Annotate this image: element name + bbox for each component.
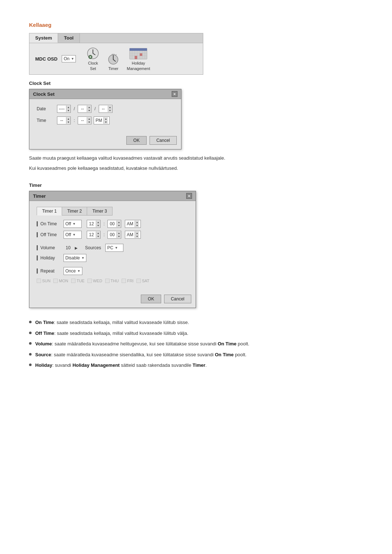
timer-icon-item[interactable]: Timer (106, 52, 120, 71)
para1: Saate muuta praegust kellaaega valitud k… (29, 155, 363, 162)
timer-tab3[interactable]: Timer 3 (87, 207, 112, 216)
day-mon-checkbox[interactable] (53, 279, 58, 283)
on-time-ampm-down[interactable]: ▼ (135, 224, 139, 227)
on-time-hour-up[interactable]: ▲ (96, 221, 100, 224)
day-row: SUN MON TUE WED THU (37, 278, 188, 284)
clock-date-down2[interactable]: ▼ (87, 109, 91, 112)
holiday-icon-item[interactable]: Holiday Management (127, 47, 150, 71)
clock-date-arrows1[interactable]: ▲ ▼ (66, 106, 70, 112)
off-time-hour-down[interactable]: ▼ (96, 235, 100, 238)
day-sat-checkbox[interactable] (136, 279, 141, 283)
clock-ok-button[interactable]: OK (126, 136, 146, 145)
tab-bar: System Tool (29, 33, 203, 43)
clock-time-down2[interactable]: ▼ (87, 120, 91, 124)
holiday-dropdown[interactable]: Disable ▼ (64, 254, 86, 262)
on-time-hour-arrows[interactable]: ▲ ▼ (96, 221, 100, 227)
timer-title: Timer (33, 193, 46, 199)
sources-dropdown[interactable]: PC ▼ (105, 244, 123, 252)
clock-date-down3[interactable]: ▼ (108, 109, 112, 112)
clock-date-spin2[interactable]: -- ▲ ▼ (78, 105, 91, 113)
clock-date-up2[interactable]: ▲ (87, 106, 91, 109)
off-time-min-arrows[interactable]: ▲ ▼ (117, 231, 121, 238)
timer-tab1[interactable]: Timer 1 (37, 207, 62, 216)
clock-time-up2[interactable]: ▲ (87, 117, 91, 120)
off-time-bar-icon (37, 232, 38, 237)
clock-time-arrows1[interactable]: ▲ ▼ (66, 117, 70, 124)
clock-date-spin3[interactable]: -- ▲ ▼ (99, 105, 113, 113)
off-time-min-down[interactable]: ▼ (117, 235, 121, 238)
bullet-4-bold2: On Time (215, 352, 234, 357)
clock-date-spin1[interactable]: ---- ▲ ▼ (57, 105, 71, 113)
clock-cancel-button[interactable]: Cancel (150, 136, 177, 145)
day-sun-checkbox[interactable] (37, 279, 41, 283)
system-tool-panel: System Tool MDC OSD On ▼ (29, 33, 203, 75)
off-time-hour-arrows[interactable]: ▲ ▼ (96, 231, 100, 238)
clock-date-arrows3[interactable]: ▲ ▼ (108, 106, 112, 112)
off-time-ampm-down[interactable]: ▼ (135, 235, 139, 238)
mdc-osd-dropdown[interactable]: On ▼ (62, 55, 76, 62)
on-time-dropdown[interactable]: Off ▼ (64, 220, 82, 228)
on-time-hour-spin[interactable]: 12 ▲ ▼ (87, 220, 101, 228)
clock-ampm-arrows[interactable]: ▲ ▼ (103, 117, 108, 124)
on-time-min-spin[interactable]: 00 ▲ ▼ (107, 220, 121, 228)
timer-tab2[interactable]: Timer 2 (62, 207, 87, 216)
clock-ampm-dropdown[interactable]: PM ▲ ▼ (94, 116, 110, 124)
holiday-bar-icon (37, 255, 38, 260)
tab-system[interactable]: System (29, 33, 58, 43)
day-thu-checkbox[interactable] (105, 279, 110, 283)
on-time-hour-down[interactable]: ▼ (96, 224, 100, 227)
day-tue-checkbox[interactable] (71, 279, 75, 283)
timer-cancel-button[interactable]: Cancel (164, 295, 191, 303)
clock-time-down1[interactable]: ▼ (66, 120, 70, 124)
on-time-min-down[interactable]: ▼ (117, 224, 121, 227)
clock-date-down1[interactable]: ▼ (66, 109, 70, 112)
clock-date-arrows2[interactable]: ▲ ▼ (87, 106, 91, 112)
off-time-ampm-arrows[interactable]: ▲ ▼ (135, 231, 139, 238)
volume-value: 10 (66, 245, 70, 250)
off-time-ampm-up[interactable]: ▲ (135, 231, 139, 235)
clock-set-icon-item[interactable]: Clock Set (86, 47, 100, 71)
repeat-dropdown[interactable]: Once ▼ (64, 267, 82, 275)
day-tue: TUE (71, 279, 85, 283)
day-fri-checkbox[interactable] (122, 279, 126, 283)
off-time-min-spin[interactable]: 00 ▲ ▼ (107, 231, 121, 239)
day-sun: SUN (37, 279, 50, 283)
on-time-row: On Time Off ▼ 12 ▲ ▼ : 00 ▲ (37, 220, 188, 228)
clock-ampm-up[interactable]: ▲ (104, 117, 108, 120)
clock-time-spin2[interactable]: -- ▲ ▼ (78, 116, 91, 124)
volume-row: Volume 10 ▶ Sources PC ▼ (37, 244, 188, 252)
on-time-min-arrows[interactable]: ▲ ▼ (117, 221, 121, 227)
clock-set-label-line1: Clock (88, 61, 98, 65)
clock-time-spin1[interactable]: -- ▲ ▼ (57, 116, 71, 124)
on-time-hour-value: 12 (87, 221, 96, 226)
off-time-ampm-dropdown[interactable]: AM ▲ ▼ (125, 231, 141, 239)
off-time-dropdown[interactable]: Off ▼ (64, 231, 82, 239)
holiday-row: Holiday Disable ▼ (37, 254, 188, 262)
clock-set-heading: Clock Set (29, 81, 363, 86)
clock-time-arrows2[interactable]: ▲ ▼ (87, 117, 91, 124)
off-time-min-up[interactable]: ▲ (117, 231, 121, 235)
clock-set-close-button[interactable]: × (172, 91, 177, 97)
on-time-ampm-dropdown[interactable]: AM ▲ ▼ (125, 220, 141, 228)
on-time-min-up[interactable]: ▲ (117, 221, 121, 224)
on-time-ampm-arrows[interactable]: ▲ ▼ (135, 221, 139, 227)
repeat-value: Once (65, 268, 76, 274)
clock-date-up3[interactable]: ▲ (108, 106, 112, 109)
clock-date-up1[interactable]: ▲ (66, 106, 70, 109)
repeat-label: Repeat (37, 268, 61, 274)
off-time-hour-up[interactable]: ▲ (96, 231, 100, 235)
clock-time-up1[interactable]: ▲ (66, 117, 70, 120)
on-time-ampm-up[interactable]: ▲ (135, 221, 139, 224)
repeat-bar-icon (37, 268, 38, 274)
timer-close-button[interactable]: × (186, 193, 192, 199)
timer-ok-button[interactable]: OK (141, 295, 161, 303)
volume-bar-icon (37, 245, 38, 250)
clock-ampm-down[interactable]: ▼ (104, 120, 108, 124)
tab-tool[interactable]: Tool (58, 33, 79, 43)
bullet-1-bold: On Time (35, 320, 54, 325)
off-time-hour-spin[interactable]: 12 ▲ ▼ (87, 231, 101, 239)
volume-right-arrow-icon[interactable]: ▶ (75, 246, 78, 250)
day-wed-checkbox[interactable] (87, 279, 92, 283)
timer-tabs: Timer 1 Timer 2 Timer 3 (37, 207, 188, 216)
mdc-osd-label: MDC OSD (35, 56, 57, 62)
